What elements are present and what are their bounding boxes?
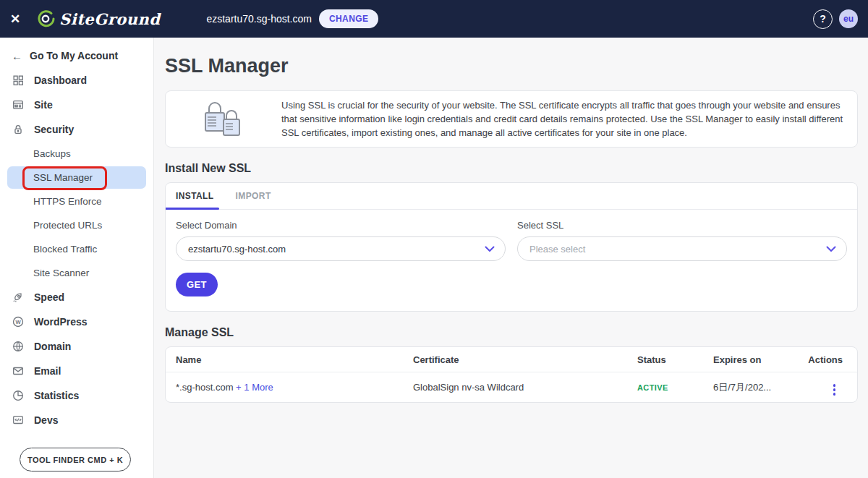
ssl-intro-text: Using SSL is crucial for the security of… <box>281 98 847 140</box>
go-to-my-account-label: Go To My Account <box>30 50 118 61</box>
speed-rocket-icon <box>12 291 25 304</box>
select-domain-dropdown[interactable]: ezstartu70.sg-host.com <box>176 236 506 261</box>
sidebar-item-devs[interactable]: Devs <box>0 408 153 432</box>
close-icon[interactable]: ✕ <box>10 12 30 27</box>
col-header-actions: Actions <box>804 354 847 365</box>
security-lock-icon <box>12 123 25 136</box>
select-domain-field: Select Domain ezstartu70.sg-host.com <box>176 220 506 261</box>
row-actions-kebab-icon[interactable] <box>826 381 843 397</box>
sidebar: ← Go To My Account Dashboard Site Securi… <box>0 38 154 478</box>
table-row: *.sg-host.com + 1 More GlobalSign nv-sa … <box>166 372 857 402</box>
sidebar-item-label: Domain <box>34 341 71 352</box>
current-site-domain: ezstartu70.sg-host.com <box>206 13 312 25</box>
manage-ssl-heading: Manage SSL <box>165 326 858 339</box>
install-tabs: INSTALL IMPORT <box>166 183 857 210</box>
sidebar-item-wordpress[interactable]: W WordPress <box>0 310 153 334</box>
select-ssl-label: Select SSL <box>517 220 847 231</box>
tab-import[interactable]: IMPORT <box>236 183 271 209</box>
sidebar-item-site-scanner[interactable]: Site Scanner <box>0 261 153 285</box>
sidebar-item-label: Site <box>34 99 53 111</box>
active-tab-underline <box>166 208 219 210</box>
get-button[interactable]: GET <box>176 273 218 296</box>
sub-item-label: Blocked Traffic <box>33 244 97 255</box>
col-header-status: Status <box>637 354 713 365</box>
help-icon[interactable]: ? <box>813 9 833 29</box>
select-ssl-placeholder: Please select <box>529 244 585 255</box>
sidebar-item-speed[interactable]: Speed <box>0 285 153 310</box>
col-header-certificate: Certificate <box>413 354 637 365</box>
email-envelope-icon <box>12 364 25 377</box>
siteground-swirl-icon <box>36 9 55 28</box>
main-content: SSL Manager Using SSL is crucial for the… <box>154 38 868 478</box>
sub-item-label: Site Scanner <box>33 268 89 278</box>
tab-install[interactable]: INSTALL <box>176 183 214 209</box>
col-header-name: Name <box>176 354 413 365</box>
dashboard-grid-icon <box>12 74 25 87</box>
select-domain-label: Select Domain <box>176 220 506 231</box>
ssl-info-box: Using SSL is crucial for the security of… <box>165 90 858 148</box>
sub-item-label: Protected URLs <box>33 220 102 231</box>
sidebar-item-dashboard[interactable]: Dashboard <box>0 68 153 93</box>
topbar: ✕ SiteGround ezstartu70.sg-host.com CHAN… <box>0 0 868 38</box>
sidebar-item-label: WordPress <box>34 316 88 328</box>
sidebar-item-label: Email <box>34 365 61 377</box>
back-arrow-icon: ← <box>12 50 22 62</box>
tool-finder-button[interactable]: TOOL FINDER CMD + K <box>20 448 131 471</box>
select-ssl-field: Select SSL Please select <box>517 220 847 261</box>
statistics-pie-icon <box>12 389 25 402</box>
sub-item-label: SSL Manager <box>33 172 93 183</box>
sub-item-label: HTTPS Enforce <box>33 196 102 207</box>
install-new-ssl-heading: Install New SSL <box>165 162 858 175</box>
go-to-my-account-link[interactable]: ← Go To My Account <box>0 43 153 68</box>
sidebar-item-label: Dashboard <box>34 74 87 86</box>
sidebar-item-backups[interactable]: Backups <box>0 142 153 166</box>
sidebar-item-protected-urls[interactable]: Protected URLs <box>0 213 153 237</box>
site-window-icon <box>12 98 25 111</box>
sidebar-item-blocked-traffic[interactable]: Blocked Traffic <box>0 237 153 261</box>
sidebar-item-label: Security <box>34 124 74 135</box>
page-title: SSL Manager <box>165 55 858 77</box>
svg-text:W: W <box>15 319 21 325</box>
sidebar-item-label: Statistics <box>34 390 79 401</box>
siteground-logo[interactable]: SiteGround <box>36 9 160 28</box>
change-site-button[interactable]: CHANGE <box>319 9 378 28</box>
wordpress-icon: W <box>12 315 25 328</box>
col-header-expires-on: Expires on <box>713 354 804 365</box>
sidebar-item-email[interactable]: Email <box>0 359 153 383</box>
domain-globe-icon <box>12 340 25 353</box>
devs-code-icon <box>12 414 25 427</box>
sidebar-item-ssl-manager[interactable]: SSL Manager <box>7 166 146 189</box>
brand-name: SiteGround <box>59 10 160 28</box>
sidebar-item-label: Speed <box>34 291 64 303</box>
install-ssl-card: INSTALL IMPORT Select Domain ezstartu70.… <box>165 182 858 312</box>
chevron-down-icon <box>485 246 495 252</box>
sub-item-label: Backups <box>33 148 71 159</box>
expires-on-value: 6日/7月/202... <box>713 381 804 394</box>
select-domain-value: ezstartu70.sg-host.com <box>188 244 286 255</box>
status-badge: ACTIVE <box>637 383 668 392</box>
sidebar-item-statistics[interactable]: Statistics <box>0 383 153 408</box>
sidebar-item-security[interactable]: Security <box>0 117 153 142</box>
certificate-name: GlobalSign nv-sa Wildcard <box>413 382 637 393</box>
sidebar-item-domain[interactable]: Domain <box>0 334 153 359</box>
cert-domain-name: *.sg-host.com <box>176 382 233 393</box>
more-domains-link[interactable]: + 1 More <box>236 382 273 393</box>
sidebar-item-site[interactable]: Site <box>0 93 153 117</box>
sidebar-item-label: Devs <box>34 414 58 426</box>
select-ssl-dropdown[interactable]: Please select <box>517 236 847 261</box>
chevron-down-icon <box>826 246 836 252</box>
padlocks-illustration-icon <box>166 99 281 140</box>
sidebar-item-https-enforce[interactable]: HTTPS Enforce <box>0 189 153 213</box>
avatar[interactable]: eu <box>839 9 858 28</box>
table-header-row: Name Certificate Status Expires on Actio… <box>166 347 857 372</box>
manage-ssl-table: Name Certificate Status Expires on Actio… <box>165 346 858 403</box>
